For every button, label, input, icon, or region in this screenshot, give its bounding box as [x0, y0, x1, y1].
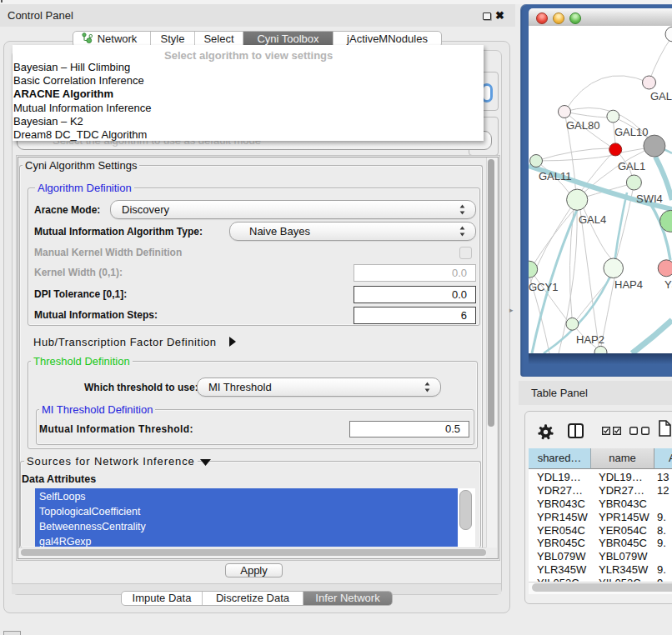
svg-text:YJ: YJ: [664, 278, 672, 291]
svg-text:GAL11: GAL11: [539, 170, 572, 182]
svg-text:GAL1: GAL1: [618, 160, 645, 172]
svg-text:HAP4: HAP4: [614, 278, 643, 291]
svg-text:GAL7: GAL7: [650, 90, 672, 102]
svg-text:GAL10: GAL10: [614, 126, 648, 138]
svg-text:SWI4: SWI4: [636, 192, 663, 205]
svg-text:GAL80: GAL80: [566, 119, 599, 132]
svg-text:GAL4: GAL4: [579, 213, 606, 226]
svg-text:HAP2: HAP2: [576, 333, 604, 346]
svg-text:GCY1: GCY1: [529, 281, 558, 293]
